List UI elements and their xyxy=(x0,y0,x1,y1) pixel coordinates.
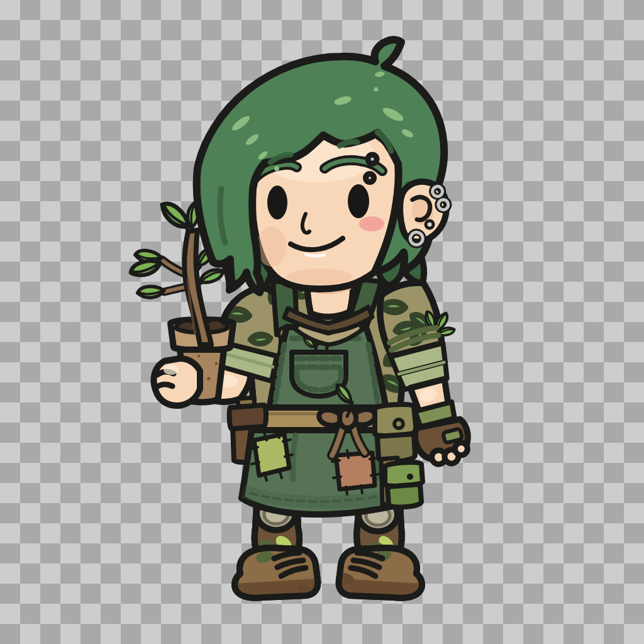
transparency-checkerboard-background xyxy=(0,0,644,644)
boot-left xyxy=(233,548,321,599)
gripping-hand xyxy=(153,358,200,406)
pouch-stud xyxy=(394,419,403,428)
patch-brown xyxy=(332,449,379,494)
character-illustration xyxy=(0,0,644,644)
blush xyxy=(359,216,384,231)
eye-left xyxy=(267,186,287,219)
eye-right xyxy=(348,184,369,218)
boot-right xyxy=(336,548,424,599)
ear xyxy=(397,179,452,247)
ear-stud xyxy=(425,220,433,228)
character xyxy=(130,40,487,599)
